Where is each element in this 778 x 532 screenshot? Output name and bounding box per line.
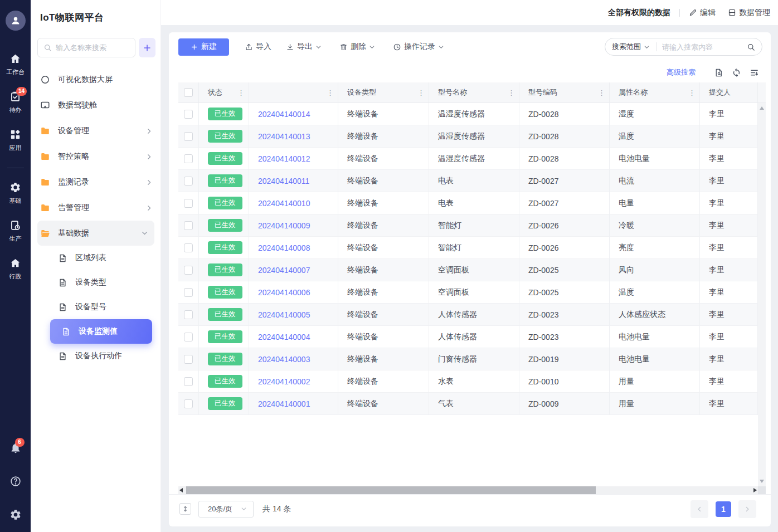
rail-item-工作台[interactable]: 工作台: [6, 53, 25, 76]
avatar[interactable]: [6, 11, 26, 31]
row-checkbox[interactable]: [184, 243, 193, 252]
row-checkbox[interactable]: [184, 399, 193, 408]
column-label: 提交人: [709, 87, 731, 97]
sidebar-item-告警管理[interactable]: 告警管理: [31, 195, 161, 221]
row-checkbox[interactable]: [184, 355, 193, 364]
record-link[interactable]: 202404140006: [258, 288, 310, 297]
current-page-button[interactable]: 1: [716, 501, 731, 517]
sidebar-item-智控策略[interactable]: 智控策略: [31, 144, 161, 169]
rail-item-应用[interactable]: 应用: [9, 129, 22, 152]
record-link[interactable]: 202404140005: [258, 310, 310, 319]
record-link[interactable]: 202404140001: [258, 399, 310, 408]
refresh-icon[interactable]: [732, 68, 741, 77]
attribute-cell: 电池电量: [610, 326, 700, 348]
rail-item-待办[interactable]: 14待办: [9, 91, 22, 114]
advanced-search-link[interactable]: 高级搜索: [667, 67, 696, 77]
row-select-cell: [178, 237, 199, 259]
record-link[interactable]: 202404140004: [258, 333, 310, 341]
row-checkbox[interactable]: [184, 177, 193, 186]
sidebar-subitem-设备监测值[interactable]: 设备监测值: [50, 319, 152, 344]
scroll-right-arrow[interactable]: [753, 488, 757, 492]
model-code-cell: ZD-0028: [519, 103, 610, 125]
sidebar-subitem-设备执行动作[interactable]: 设备执行动作: [31, 344, 161, 368]
scroll-left-arrow[interactable]: [179, 488, 183, 492]
file-search-icon[interactable]: [714, 68, 723, 77]
rail-item-基础[interactable]: 基础: [9, 182, 22, 205]
rail-settings-button[interactable]: [9, 509, 22, 523]
add-button[interactable]: [139, 38, 155, 57]
row-checkbox[interactable]: [184, 110, 193, 119]
sidebar-subitem-设备型号[interactable]: 设备型号: [31, 295, 161, 319]
toolbar-操作记录-button[interactable]: 操作记录: [393, 42, 448, 52]
row-checkbox[interactable]: [184, 266, 193, 275]
rail-help-button[interactable]: [9, 475, 22, 490]
sidebar-item-可视化数据大屏[interactable]: 可视化数据大屏: [31, 67, 161, 92]
attribute-cell: 电池电量: [610, 348, 700, 370]
sidebar-item-设备管理[interactable]: 设备管理: [31, 118, 161, 144]
sidebar-search-input[interactable]: [56, 43, 130, 52]
row-checkbox[interactable]: [184, 199, 193, 208]
total-count: 共 14 条: [262, 504, 291, 514]
record-link[interactable]: 202404140003: [258, 355, 310, 364]
vertical-scrollbar[interactable]: [758, 103, 766, 486]
toolbar-删除-button[interactable]: 删除: [339, 42, 378, 52]
sidebar-item-监测记录[interactable]: 监测记录: [31, 169, 161, 195]
top-header: 全部有权限的数据 编辑 数据管理: [161, 0, 778, 25]
column-menu-icon[interactable]: ⋮: [508, 89, 515, 96]
page-size-select[interactable]: 20条/页: [198, 501, 254, 518]
select-all-checkbox[interactable]: [184, 88, 193, 97]
row-checkbox[interactable]: [184, 288, 193, 297]
column-header-设备类型: 设备类型⋮: [338, 82, 429, 103]
data-manage-button[interactable]: 数据管理: [728, 8, 770, 18]
record-link[interactable]: 202404140007: [258, 266, 310, 275]
rail-item-生产[interactable]: 生产: [9, 219, 22, 243]
toolbar-导出-button[interactable]: 导出: [286, 42, 325, 52]
list-settings-icon[interactable]: [750, 68, 759, 77]
search-scope-select[interactable]: 搜索范围: [612, 42, 650, 52]
create-button[interactable]: 新建: [178, 38, 229, 56]
record-link[interactable]: 202404140008: [258, 243, 310, 252]
row-checkbox[interactable]: [184, 310, 193, 319]
column-menu-icon[interactable]: ⋮: [327, 89, 334, 96]
row-checkbox[interactable]: [184, 154, 193, 163]
next-page-button[interactable]: [738, 500, 756, 518]
toolbar-action-label: 删除: [351, 42, 366, 52]
sidebar-item-基础数据[interactable]: 基础数据: [37, 221, 154, 246]
column-menu-icon[interactable]: ⋮: [598, 89, 605, 96]
column-menu-icon[interactable]: ⋮: [237, 89, 245, 96]
record-link[interactable]: 202404140002: [258, 377, 310, 386]
scroll-down-arrow[interactable]: [760, 480, 764, 483]
column-header-name: ⋮: [249, 82, 338, 103]
record-link[interactable]: 202404140014: [258, 110, 310, 119]
rail-item-行政[interactable]: 行政: [9, 257, 22, 281]
prev-page-button[interactable]: [691, 500, 708, 518]
column-menu-icon[interactable]: ⋮: [417, 89, 425, 96]
horizontal-scrollbar[interactable]: [178, 486, 758, 494]
sidebar-item-label: 可视化数据大屏: [58, 75, 153, 85]
search-icon[interactable]: [747, 43, 755, 51]
edit-button[interactable]: 编辑: [689, 8, 716, 18]
column-menu-icon[interactable]: ⋮: [688, 89, 696, 96]
row-checkbox[interactable]: [184, 377, 193, 386]
row-height-icon[interactable]: [179, 503, 191, 515]
row-checkbox[interactable]: [184, 221, 193, 230]
record-link[interactable]: 202404140009: [258, 221, 310, 230]
toolbar-导入-button[interactable]: 导入: [245, 42, 271, 52]
record-link[interactable]: 202404140013: [258, 132, 310, 141]
model-name-cell: 电表: [429, 192, 519, 214]
record-link[interactable]: 202404140011: [258, 177, 309, 186]
sidebar-subitem-设备类型[interactable]: 设备类型: [31, 270, 161, 295]
scrollbar-thumb[interactable]: [186, 486, 596, 494]
sidebar-item-数据驾驶舱[interactable]: 数据驾驶舱: [31, 92, 161, 118]
id-cell: 202404140014: [249, 103, 338, 125]
row-checkbox[interactable]: [184, 132, 193, 141]
scroll-up-arrow[interactable]: [760, 106, 764, 110]
record-link[interactable]: 202404140012: [258, 154, 310, 163]
record-link[interactable]: 202404140010: [258, 199, 310, 208]
table-search-input[interactable]: [662, 43, 747, 51]
chevron-down-icon: [643, 43, 650, 51]
sidebar-subitem-区域列表[interactable]: 区域列表: [31, 246, 161, 270]
rail-notifications-button[interactable]: 6: [9, 442, 22, 456]
row-checkbox[interactable]: [184, 333, 193, 341]
sidebar-search[interactable]: [37, 38, 135, 57]
